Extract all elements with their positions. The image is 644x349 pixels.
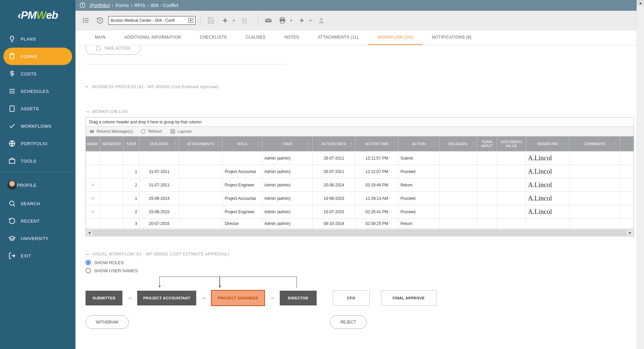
table-row[interactable]: 320-07-2015DirectorAdmin (admin)08-10-20… (86, 218, 634, 229)
kebab-icon[interactable]: ⋮ (117, 143, 122, 145)
person-icon[interactable] (316, 15, 327, 26)
kebab-icon[interactable]: ⋮ (563, 143, 568, 145)
column-header[interactable]: DOCUMENT VALUE⋮ (497, 136, 526, 151)
wf-accountant[interactable]: PROJECT ACCOUNTANT (137, 291, 196, 305)
scroll-left-icon[interactable]: ◄ (87, 230, 91, 235)
kebab-icon[interactable]: ⋮ (349, 143, 354, 145)
grid-body: Admin (admin)26-07-201112:11:57 PMSubmit… (86, 151, 634, 229)
sidebar-item-costs[interactable]: COSTS (0, 65, 75, 82)
wf-engineer[interactable]: PROJECT ENGINEER (211, 290, 265, 306)
show-users-radio[interactable]: SHOW USER NAMES (86, 268, 634, 273)
kebab-icon[interactable]: ⋮ (133, 143, 138, 145)
breadcrumb-forms[interactable]: Forms (115, 3, 129, 8)
tab-clauses[interactable]: CLAUSES (236, 30, 275, 45)
business-process-header[interactable]: + BUSINESS PROCESS (01 - WF-000001 Cost … (86, 84, 634, 89)
kebab-icon[interactable]: ⋮ (392, 143, 397, 145)
take-action-button[interactable]: TAKE ACTION (86, 45, 141, 55)
withdraw-button[interactable]: WITHDRAW (86, 315, 129, 329)
vertical-scrollbar[interactable]: ▲ (637, 0, 644, 349)
kebab-icon[interactable]: ⋮ (520, 143, 524, 145)
column-header[interactable]: SIGNATURE⋮ (526, 136, 570, 151)
sidebar-item-search[interactable]: SEARCH (0, 195, 75, 212)
info-icon[interactable] (79, 2, 86, 8)
wf-submitter[interactable]: SUBMITTER (86, 291, 122, 305)
sidebar-item-recent[interactable]: RECENT (0, 212, 75, 230)
table-row[interactable]: 131-07-2011Project AccountaiAdmin (admin… (86, 165, 634, 178)
scroll-up-icon[interactable]: ▲ (637, 0, 644, 6)
sidebar-item-schedules[interactable]: SCHEDULES (0, 82, 75, 100)
visual-workflow-header[interactable]: — VISUAL WORKFLOW (01 - WF-000001 COST E… (86, 252, 634, 256)
resend-button[interactable]: Resend Message(s) (89, 129, 132, 134)
wf-cfo[interactable]: CFO (333, 290, 370, 306)
column-header[interactable]: STEP⋮ (123, 136, 140, 151)
horizontal-scrollbar[interactable]: ◄ ► (86, 229, 634, 236)
sidebar-item-label: ASSETS (21, 106, 39, 111)
bolt-icon[interactable] (296, 15, 308, 26)
sidebar-item-portfolio[interactable]: PORTFOLIO (0, 135, 75, 152)
column-header[interactable]: EMAIL⋮ (86, 136, 100, 151)
svg-point-12 (10, 201, 14, 206)
sidebar-item-university[interactable]: UNIVERSITY (0, 230, 75, 247)
tab-main[interactable]: MAIN (86, 30, 115, 45)
tab-attachments-11-[interactable]: ATTACHMENTS (11) (309, 30, 368, 45)
scroll-right-icon[interactable]: ► (628, 230, 632, 235)
tab-notifications-9-[interactable]: NOTIFICATIONS (9) (423, 30, 481, 45)
add-dropdown-icon[interactable]: ▾ (231, 15, 236, 26)
column-header[interactable]: ROLE⋮ (223, 136, 262, 151)
column-header[interactable]: TEAM INPUT⋮ (477, 136, 497, 151)
sidebar-item-forms[interactable]: FORMS (3, 48, 72, 65)
sidebar-item-assets[interactable]: ASSETS (0, 100, 75, 117)
tab-checklists[interactable]: CHECKLISTS (191, 30, 236, 45)
sidebar-item-tools[interactable]: TOOLS (0, 152, 75, 170)
tab-workflow-2-4-[interactable]: WORKFLOW (2/4) (368, 30, 423, 45)
print-dropdown-icon[interactable]: ▾ (289, 15, 293, 26)
refresh-button[interactable]: Refresh (141, 129, 162, 134)
table-row[interactable]: Admin (admin)26-07-201112:11:57 PMSubmit… (86, 151, 634, 165)
tab-additional-information[interactable]: ADDITIONAL INFORMATION (115, 30, 191, 45)
list-icon[interactable] (80, 15, 92, 26)
column-header[interactable]: DUE DATE⋮ (140, 136, 179, 151)
save-icon[interactable] (205, 15, 217, 26)
add-icon[interactable] (219, 15, 231, 26)
sidebar-item-profile[interactable]: PROFILE (0, 175, 75, 195)
table-row[interactable]: ✉125-06-2014Project AccountaiAdmin (admi… (86, 191, 634, 205)
kebab-icon[interactable]: ⋮ (471, 143, 475, 145)
group-drop-zone[interactable]: Drag a column header and drop it here to… (86, 118, 634, 127)
breadcrumb-root[interactable]: (Portfolio) (90, 3, 110, 8)
column-header[interactable]: COMMENTS⋮ (570, 136, 620, 151)
breadcrumb-rfis[interactable]: RFIS (135, 3, 145, 8)
delete-icon[interactable] (239, 15, 250, 26)
sidebar-item-exit[interactable]: EXIT (0, 247, 75, 265)
wf-director[interactable]: DIRECTOR (280, 291, 317, 305)
column-header[interactable]: GENERATI⋮ (100, 136, 123, 151)
table-row[interactable]: ✉231-07-2011Project EngineerAdmin (admin… (86, 178, 634, 191)
reject-button[interactable]: REJECT (330, 315, 367, 329)
kebab-icon[interactable]: ⋮ (491, 143, 495, 145)
record-selector[interactable]: Boston Medical Center - 004 - Confl ▼ (108, 16, 196, 25)
kebab-icon[interactable]: ⋮ (306, 143, 311, 145)
table-row[interactable]: ✉215-06-2015Project EngineerAdmin (admin… (86, 205, 634, 218)
kebab-icon[interactable]: ⋮ (256, 143, 261, 145)
history-icon[interactable] (94, 15, 106, 26)
kebab-icon[interactable]: ⋮ (94, 143, 98, 145)
kebab-icon[interactable]: ⋮ (173, 143, 177, 145)
print-icon[interactable] (277, 15, 288, 26)
column-header[interactable]: USER⋮ (262, 136, 313, 151)
kebab-icon[interactable]: ⋮ (433, 143, 438, 145)
tab-notes[interactable]: NOTES (275, 30, 309, 45)
sidebar-item-plans[interactable]: PLANS (0, 30, 75, 48)
email-icon[interactable] (263, 15, 274, 26)
layouts-button[interactable]: Layouts (170, 129, 192, 134)
column-header[interactable]: ATTACHMENTS⋮ (179, 136, 223, 151)
kebab-icon[interactable]: ⋮ (216, 143, 221, 145)
wf-final-approve[interactable]: FINAL APPROVE (381, 290, 436, 306)
sidebar-item-workflows[interactable]: WORKFLOWS (0, 117, 75, 135)
column-header[interactable]: ACTION TIME⋮ (356, 136, 398, 151)
bolt-dropdown-icon[interactable]: ▾ (308, 15, 313, 26)
column-header[interactable]: DELEGATE⋮ (439, 136, 477, 151)
kebab-icon[interactable]: ⋮ (613, 143, 618, 145)
column-header[interactable]: ACTION DATE⋮ (313, 136, 356, 151)
workflow-log-header[interactable]: — WORKFLOW LOG (86, 109, 634, 114)
column-header[interactable]: ACTION⋮ (398, 136, 439, 151)
show-roles-radio[interactable]: SHOW ROLES (86, 260, 634, 265)
